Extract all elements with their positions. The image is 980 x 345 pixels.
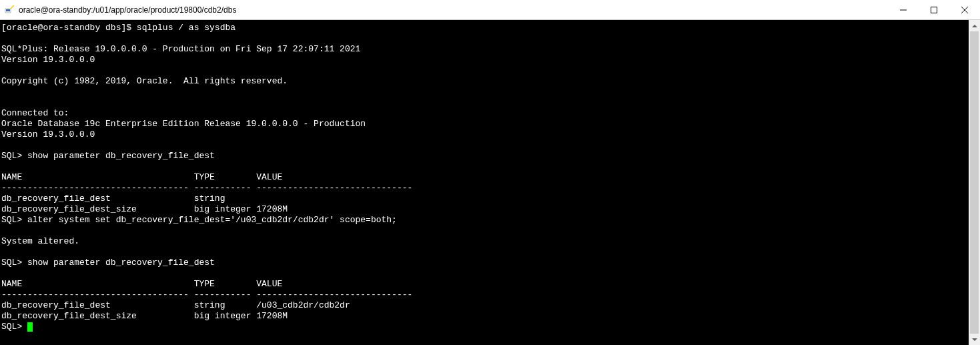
svg-marker-9 — [972, 338, 977, 341]
svg-point-3 — [13, 5, 14, 7]
content-area: [oracle@ora-standby dbs]$ sqlplus / as s… — [0, 20, 980, 345]
minimize-button[interactable] — [888, 0, 919, 19]
window-controls — [888, 0, 980, 19]
scroll-up-button[interactable] — [969, 20, 980, 31]
putty-icon — [4, 5, 15, 15]
scrollbar[interactable] — [969, 20, 980, 345]
titlebar[interactable]: oracle@ora-standby:/u01/app/oracle/produ… — [0, 0, 980, 20]
svg-rect-1 — [6, 9, 10, 11]
scroll-thumb[interactable] — [970, 31, 979, 334]
cursor — [27, 322, 33, 332]
scroll-track[interactable] — [969, 31, 980, 334]
maximize-button[interactable] — [919, 0, 949, 19]
scroll-down-button[interactable] — [969, 334, 980, 345]
window-title: oracle@ora-standby:/u01/app/oracle/produ… — [19, 5, 888, 15]
terminal[interactable]: [oracle@ora-standby dbs]$ sqlplus / as s… — [0, 20, 969, 345]
close-button[interactable] — [949, 0, 980, 19]
svg-marker-8 — [972, 25, 977, 27]
svg-rect-5 — [931, 7, 937, 13]
